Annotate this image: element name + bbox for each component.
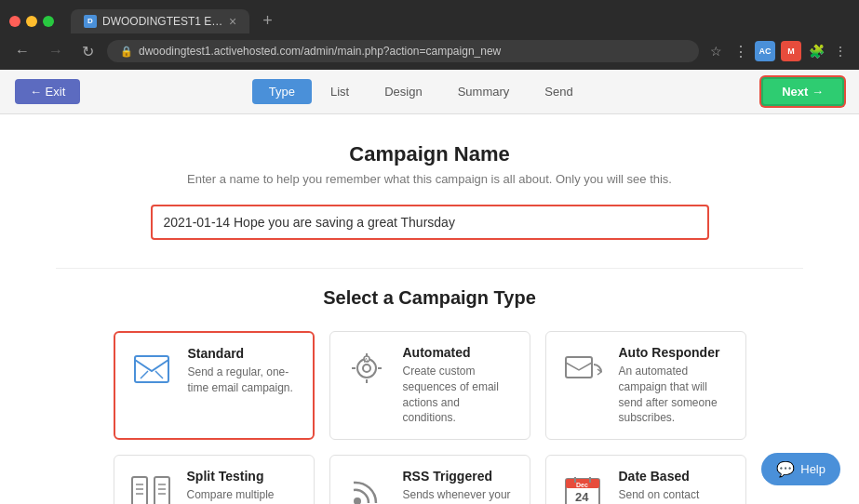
bookmark-icon[interactable]: ☆ [706, 44, 725, 59]
campaign-name-input[interactable] [164, 215, 696, 230]
svg-point-2 [363, 365, 370, 372]
back-button[interactable]: ← [9, 41, 35, 61]
automated-card-desc: Create custom sequences of email actions… [403, 364, 517, 426]
standard-card-desc: Send a regular, one-time email campaign. [188, 365, 300, 396]
toolbar-tabs: Type List Design Summary Send [252, 79, 590, 104]
autoresponder-card-desc: An automated campaign that will send aft… [619, 364, 732, 426]
split-testing-card-desc: Compare multiple emails to test which wo… [187, 487, 301, 504]
address-bar[interactable]: 🔒 dwoodingtest1.activehosted.com/admin/m… [107, 40, 699, 62]
lock-icon: 🔒 [120, 46, 133, 58]
forward-button[interactable]: → [43, 41, 69, 61]
split-testing-icon [128, 469, 174, 504]
browser-menu-icon[interactable]: ⋮ [731, 43, 749, 60]
rss-triggered-icon [343, 469, 390, 504]
new-tab-button[interactable]: + [255, 7, 280, 34]
standard-icon [128, 346, 175, 392]
svg-rect-7 [154, 477, 169, 504]
campaign-type-title: Select a Campaign Type [56, 287, 803, 309]
svg-rect-5 [566, 357, 592, 378]
rss-triggered-card-title: RSS Triggered [403, 469, 517, 484]
automated-card-title: Automated [403, 345, 517, 360]
exit-button[interactable]: ← Exit [15, 79, 80, 104]
rss-triggered-card-desc: Sends whenever your RSS based feed is up… [403, 487, 517, 504]
automated-card-info: Automated Create custom sequences of ema… [403, 345, 517, 426]
autoresponder-card-title: Auto Responder [619, 345, 732, 360]
date-based-card-desc: Send on contact birthdays, anniversaries… [619, 487, 732, 504]
traffic-light-red[interactable] [9, 16, 20, 27]
tab-close-icon[interactable]: × [229, 15, 236, 28]
help-button-wrapper: 💬 Help [761, 453, 840, 485]
tab-design[interactable]: Design [368, 79, 438, 104]
help-button[interactable]: 💬 Help [761, 453, 840, 485]
card-autoresponder[interactable]: Auto Responder An automated campaign tha… [545, 331, 746, 440]
split-testing-card-info: Split Testing Compare multiple emails to… [187, 469, 301, 504]
extensions-icon[interactable]: 🧩 [807, 44, 825, 59]
card-date-based[interactable]: Dec 24 Date Based Send on contact birthd… [545, 455, 746, 504]
svg-text:Dec: Dec [576, 482, 588, 488]
tab-summary[interactable]: Summary [441, 79, 527, 104]
tab-favicon-icon: D [84, 15, 97, 28]
svg-point-14 [354, 497, 361, 504]
split-testing-card-title: Split Testing [187, 469, 301, 484]
tab-send[interactable]: Send [528, 79, 589, 104]
extension-icon-blue[interactable]: AC [755, 41, 775, 61]
card-standard[interactable]: Standard Send a regular, one-time email … [114, 331, 315, 440]
date-based-card-info: Date Based Send on contact birthdays, an… [619, 469, 732, 504]
date-based-card-title: Date Based [619, 469, 732, 484]
svg-rect-0 [135, 356, 168, 382]
standard-card-title: Standard [188, 346, 300, 361]
section-divider [56, 268, 803, 269]
date-based-icon: Dec 24 [559, 469, 606, 504]
reload-button[interactable]: ↻ [76, 41, 100, 62]
card-rss-triggered[interactable]: RSS Triggered Sends whenever your RSS ba… [329, 455, 530, 504]
next-button[interactable]: Next → [761, 77, 844, 106]
help-label: Help [800, 462, 825, 476]
campaign-name-title: Campaign Name [56, 142, 803, 166]
traffic-light-yellow[interactable] [26, 16, 37, 27]
card-automated[interactable]: A Automated Create custom sequences of e… [329, 331, 530, 440]
rss-triggered-card-info: RSS Triggered Sends whenever your RSS ba… [403, 469, 517, 504]
svg-rect-6 [132, 477, 147, 504]
card-split-testing[interactable]: Split Testing Compare multiple emails to… [114, 455, 315, 504]
autoresponder-icon [559, 345, 606, 391]
extension-icon-red[interactable]: M [781, 41, 801, 61]
svg-text:A: A [364, 357, 369, 364]
campaign-types-grid: Standard Send a regular, one-time email … [114, 331, 746, 504]
standard-card-info: Standard Send a regular, one-time email … [188, 346, 300, 396]
help-icon: 💬 [776, 460, 795, 478]
autoresponder-card-info: Auto Responder An automated campaign tha… [619, 345, 732, 426]
traffic-light-green[interactable] [43, 16, 54, 27]
svg-text:24: 24 [575, 490, 589, 504]
campaign-name-subtitle: Enter a name to help you remember what t… [56, 172, 803, 186]
main-content: Campaign Name Enter a name to help you r… [0, 114, 859, 504]
campaign-name-input-wrapper[interactable] [151, 205, 709, 240]
tab-list[interactable]: List [314, 79, 366, 104]
browser-tab[interactable]: D DWOODINGTEST1 Email Mari... × [71, 9, 249, 33]
app-toolbar: ← Exit Type List Design Summary Send Nex… [0, 70, 859, 114]
profile-icon[interactable]: ⋮ [831, 44, 850, 59]
address-text: dwoodingtest1.activehosted.com/admin/mai… [139, 45, 501, 58]
automated-icon: A [343, 345, 390, 391]
tab-title: DWOODINGTEST1 Email Mari... [102, 15, 223, 28]
tab-type[interactable]: Type [252, 79, 312, 104]
